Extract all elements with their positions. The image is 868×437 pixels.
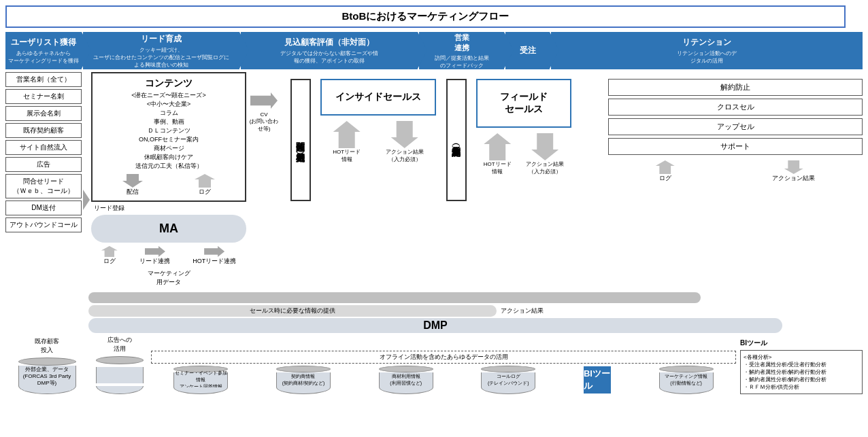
phase-label-5: リテンション — [682, 37, 731, 48]
phase-lead-acquire: ユーザリスト獲得 あらゆるチャネルから マーケティングリードを獲得 — [5, 32, 82, 69]
crm-bar — [88, 292, 701, 303]
ma-box: MA — [91, 215, 246, 243]
lead-sources-col: 営業名刺（全て） セミナー名刺 展示会名刺 既存契約顧客 サイト自然流入 広告 … — [5, 72, 82, 287]
bottom-section: 既存顧客 投入 外部企業、データ (FORCAS 3rd Party DMP等)… — [5, 336, 863, 394]
prospect-eval-col: 見込度評価（人判定） — [437, 72, 475, 287]
hot-conn-item: HOTリード連携 — [193, 246, 236, 266]
bi-analysis-box: <各種分析> ・受注者属性分析/受注者行動分析 ・解約者属性分析/解約者行動分析… — [740, 350, 863, 394]
contract-cyl: 契約商情報 (契約商材/契約など) — [273, 366, 334, 394]
bi-tool-col: BIツール <各種分析> ・受注者属性分析/受注者行動分析 ・解約者属性分析/解… — [740, 338, 863, 394]
bi-icon-col: BIツール — [580, 366, 614, 394]
action-result-label-1: アクション結果 （入力必須） — [386, 148, 424, 163]
action-result-label-2: アクション結果 （入力必須） — [526, 160, 564, 175]
log-label: ログ — [199, 188, 211, 196]
phase-label-2: 見込顧客評価（非対面） — [284, 37, 374, 48]
hot-lead-1: HOTリード 情報 — [333, 121, 361, 163]
lead-conn-label: リード連携 — [139, 257, 170, 266]
content-line-1: <中小〜大企業> — [97, 100, 241, 109]
feed-arrow-icon — [122, 174, 143, 188]
hot-lead-label-1: HOTリード 情報 — [333, 148, 361, 163]
lead-source-1: セミナー名刺 — [5, 89, 82, 104]
content-line-3: 事例、動画 — [97, 118, 241, 126]
cyl-bot-2 — [96, 386, 144, 394]
content-line-7: 休眠顧客向けケア — [97, 153, 241, 162]
mkt-data-label: マーケティング 用データ — [91, 269, 246, 287]
ret-action: アクション結果 — [772, 160, 815, 183]
prospect-eval-box: 見込度評価（人判定） — [446, 79, 467, 201]
lead-source-8: アウトバウンドコール — [5, 217, 82, 232]
fs-arrows: HOTリード 情報 アクション結果 （入力必須） — [476, 133, 571, 175]
ret-log: ログ — [656, 160, 675, 183]
ad-use-col: 広告への 活用 — [93, 336, 147, 394]
feed-label: 配信 — [127, 188, 139, 196]
page-wrapper: BtoBにおけるマーケティングフロー ユーザリスト獲得 あらゆるチャネルから マ… — [0, 0, 868, 437]
offline-label: オフライン活動を含めたあらゆるデータの活用 — [151, 351, 736, 364]
retention-3: サポート — [608, 138, 863, 155]
call-log-label: コールログ (テレインバウンド) — [488, 373, 529, 387]
data-layer-rows: セールス時に必要な情報の提供 アクション結果 DMP 既存顧客 投入 外部企業、… — [5, 292, 863, 394]
dmp-bar: DMP — [88, 318, 782, 333]
cyl-body-1: 外部企業、データ (FORCAS 3rd Party DMP等) — [18, 366, 76, 386]
main-content: 営業名刺（全て） セミナー名刺 展示会名刺 既存契約顧客 サイト自然流入 広告 … — [5, 72, 863, 287]
retention-col: 解約防止 クロスセル アップセル サポート ログ アクション結果 — [608, 72, 863, 287]
content-line-2: コラム — [97, 109, 241, 118]
material-data-label: 商材利用情報 (利用習慣など) — [390, 373, 422, 387]
hot-conn-label: HOTリード連携 — [193, 257, 236, 266]
phase-sales-collab: 営業 連携 訪問／提案活動と結果 のフィードバック — [419, 32, 504, 69]
mkt-cyl: マーケティング情報 (行動情報など) — [656, 366, 717, 394]
content-line-8: 送信元の工夫（私信等） — [97, 162, 241, 171]
content-box-title: コンテンツ — [97, 77, 241, 90]
lead-source-7: DM送付 — [5, 200, 82, 215]
action-result-1: アクション結果 （入力必須） — [386, 121, 424, 163]
bi-icon: BIツール — [584, 366, 611, 394]
phase-retention: リテンション リテンション活動へのデ ジタルの活用 — [551, 32, 863, 69]
phase-label-3: 営業 連携 — [454, 33, 469, 53]
ma-label: MA — [159, 222, 178, 235]
dmp-row: DMP — [88, 318, 863, 333]
ext-cust-col: 既存顧客 投入 外部企業、データ (FORCAS 3rd Party DMP等) — [5, 337, 88, 394]
phase-label-1: リード育成 — [141, 33, 182, 45]
content-line-5: ON,OFFセミナー案内 — [97, 135, 241, 144]
ext-db-cylinder: 外部企業、データ (FORCAS 3rd Party DMP等) — [5, 357, 88, 394]
lead-nurture-col: コンテンツ <潜在ニーズ〜顕在ニーズ> <中小〜大企業> コラム 事例、動画 Ｄ… — [91, 72, 246, 287]
log-arrow-icon — [195, 174, 215, 188]
ret-action-label: アクション結果 — [772, 174, 815, 183]
lead-source-2: 展示会名刺 — [5, 106, 82, 121]
threshold-col: 閾値超え（機械判定） — [282, 72, 319, 287]
hot-lead-label-2: HOTリード 情報 — [484, 160, 512, 175]
retention-1: クロスセル — [608, 99, 863, 116]
hot-lead-arrow-1 — [333, 121, 361, 148]
arrow-lead-to-content — [83, 113, 90, 287]
phase-sub-5: リテンション活動へのデ ジタルの活用 — [677, 50, 737, 65]
seminar-cyl: セミナー・イベント参加情報 アンケート回答情報 — [170, 366, 231, 394]
phase-sub-1: クッキー紐づけ、 ユーザに合わせたコンテンツの配信とユーザ閲覧ログに よる興味度… — [93, 46, 229, 69]
data-cylinders-row: セミナー・イベント参加情報 アンケート回答情報 契約商情報 (契約商材/契約など… — [151, 366, 736, 394]
field-sales-col: フィールド セールス HOTリード 情報 アクション結果 （入力必須） — [476, 72, 571, 287]
lead-reg-label: リード登録 — [91, 204, 246, 213]
ret-arrows: ログ アクション結果 — [608, 160, 863, 183]
cyl-top-2 — [96, 356, 144, 364]
contract-data-label: 契約商情報 (契約商材/契約など) — [282, 373, 325, 387]
sales-info-bar: セールス時に必要な情報の提供 — [88, 305, 497, 317]
cyl-top-1 — [18, 357, 76, 366]
lead-source-6: 問合せリード （Ｗｅｂ、コール） — [5, 174, 82, 198]
feed-log-row: 配信 ログ — [97, 174, 241, 196]
phase-prospect-eval: 見込顧客評価（非対面） デジタルでは分からない顧客ニーズや情 報の獲得、アポイン… — [241, 32, 418, 69]
phase-lead-nurture: リード育成 クッキー紐づけ、 ユーザに合わせたコンテンツの配信とユーザ閲覧ログに… — [83, 32, 239, 69]
field-sales-box: フィールド セールス — [476, 79, 571, 128]
ad-use-label: 広告への 活用 — [107, 336, 132, 353]
hot-lead-2: HOTリード 情報 — [484, 133, 512, 175]
mkt-info-label: マーケティング情報 (行動情報など) — [665, 373, 707, 387]
offline-col: オフライン活動を含めたあらゆるデータの活用 セミナー・イベント参加情報 アンケー… — [151, 351, 736, 394]
log2-item: ログ — [101, 246, 118, 266]
inside-sales-box: インサイドセールス — [320, 79, 436, 116]
content-box: コンテンツ <潜在ニーズ〜顕在ニーズ> <中小〜大企業> コラム 事例、動画 Ｄ… — [91, 72, 246, 202]
cyl-body-2 — [96, 367, 144, 383]
cv-label: CV (お問い合わせ等) — [248, 111, 280, 133]
content-line-4: ＤＬコンテンツ — [97, 126, 241, 135]
cyl-bot-1 — [18, 386, 76, 394]
action-result-2: アクション結果 （入力必須） — [526, 133, 564, 175]
sales-info-row: セールス時に必要な情報の提供 アクション結果 — [88, 305, 863, 317]
ma-arrows-row: ログ リード連携 HOTリード連携 — [91, 245, 246, 267]
log2-label: ログ — [103, 257, 116, 266]
